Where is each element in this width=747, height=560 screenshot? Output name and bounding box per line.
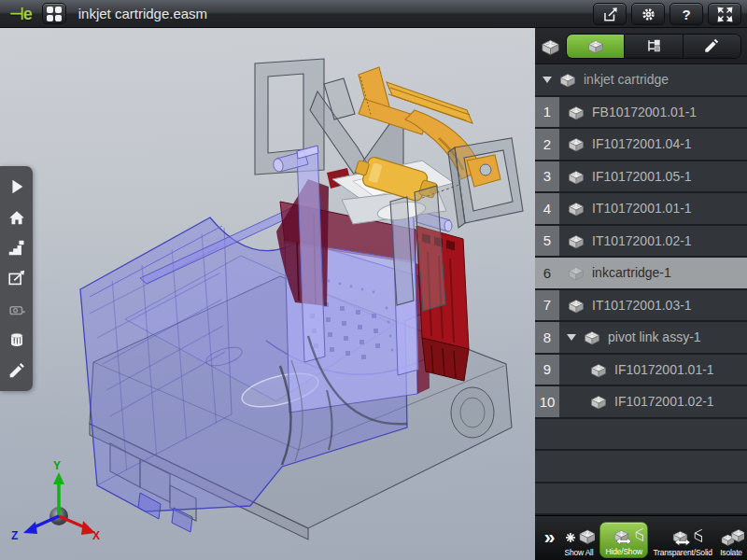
apps-grid-button[interactable] bbox=[42, 3, 66, 24]
component-row-10[interactable]: 10 IF10172001.02-1 bbox=[535, 386, 747, 419]
row-number: 10 bbox=[535, 386, 559, 417]
tool-label: Isolate bbox=[720, 548, 742, 557]
row-number: 1 bbox=[535, 97, 559, 128]
part-label: inkcartridge-1 bbox=[592, 265, 671, 280]
transparent-solid-button[interactable]: Transparent/Solid bbox=[652, 525, 712, 558]
tab-components[interactable] bbox=[567, 35, 625, 58]
part-label: IT10172001.03-1 bbox=[592, 298, 692, 313]
gear-icon bbox=[640, 6, 657, 23]
row-number: 6 bbox=[535, 258, 559, 288]
assembly-icon bbox=[583, 328, 601, 346]
axis-y-label: Y bbox=[53, 459, 61, 472]
component-row-1[interactable]: 1 FB10172001.01-1 bbox=[535, 97, 747, 130]
component-row-2[interactable]: 2 IF10172001.04-1 bbox=[535, 129, 747, 161]
measure-button[interactable] bbox=[5, 297, 29, 321]
row-number: 9 bbox=[535, 355, 559, 385]
model-viewport[interactable]: Y X Z bbox=[0, 28, 535, 560]
component-row-9[interactable]: 9 IF10172001.01-1 bbox=[535, 355, 747, 387]
tool-label: Hide/Show bbox=[606, 547, 642, 556]
share-icon bbox=[601, 6, 619, 23]
row-number: 2 bbox=[535, 129, 559, 160]
part-label: FB10172001.01-1 bbox=[592, 105, 697, 119]
inkjet-cartridge-3d-model: Y X Z bbox=[0, 28, 535, 560]
axis-z-label: Z bbox=[11, 529, 18, 542]
part-icon bbox=[567, 167, 585, 186]
component-row-8[interactable]: 8 pivot link assy-1 bbox=[535, 322, 747, 355]
component-tree: inkjet cartridge 1 FB10172001.01-1 2 IF1… bbox=[535, 64, 747, 515]
mass-properties-button[interactable] bbox=[5, 328, 29, 352]
tree-root-row[interactable]: inkjet cartridge bbox=[535, 64, 747, 97]
row-number: 4 bbox=[535, 193, 559, 224]
subassembly-label: pivot link assy-1 bbox=[608, 329, 701, 344]
settings-button[interactable] bbox=[631, 3, 665, 25]
tree-icon bbox=[644, 36, 663, 55]
components-panel: inkjet cartridge 1 FB10172001.01-1 2 IF1… bbox=[535, 28, 747, 560]
hide-show-button[interactable]: Hide/Show bbox=[599, 522, 648, 558]
part-icon-hidden bbox=[567, 263, 585, 282]
root-label: inkjet cartridge bbox=[584, 72, 669, 87]
pencil-icon bbox=[702, 36, 721, 55]
part-label: IF10172001.04-1 bbox=[592, 136, 692, 151]
assembly-icon bbox=[586, 36, 605, 55]
share-button[interactable] bbox=[593, 3, 627, 25]
edrawings-logo: ⊣e bbox=[9, 4, 32, 24]
tool-label: Transparent/Solid bbox=[653, 548, 712, 557]
empty-row bbox=[535, 483, 747, 516]
document-title: inkjet cartridge.easm bbox=[78, 6, 207, 21]
mass-properties-icon bbox=[7, 329, 27, 350]
tab-markup[interactable] bbox=[684, 35, 740, 58]
isolate-icon bbox=[718, 525, 744, 547]
top-bar: ⊣e inkjet cartridge.easm ? bbox=[0, 0, 747, 28]
collapse-triangle-icon[interactable] bbox=[567, 334, 576, 341]
assembly-icon bbox=[558, 70, 577, 89]
part-label: IF10172001.02-1 bbox=[614, 394, 714, 409]
help-icon: ? bbox=[682, 7, 690, 22]
views-button[interactable] bbox=[5, 236, 29, 260]
component-row-7[interactable]: 7 IT10172001.03-1 bbox=[535, 290, 747, 323]
component-row-3[interactable]: 3 IF10172001.05-1 bbox=[535, 161, 747, 194]
topbar-actions: ? bbox=[593, 3, 741, 25]
part-label: IT10172001.02-1 bbox=[592, 233, 692, 248]
home-view-button[interactable] bbox=[5, 205, 29, 230]
part-icon bbox=[567, 231, 585, 250]
part-label: IT10172001.01-1 bbox=[592, 201, 692, 216]
row-number: 7 bbox=[535, 290, 559, 321]
section-button[interactable] bbox=[5, 266, 29, 290]
part-icon bbox=[567, 103, 585, 121]
pencil-icon bbox=[7, 360, 27, 381]
help-button[interactable]: ? bbox=[669, 3, 703, 25]
component-row-6-selected[interactable]: 6 inkcartridge-1 bbox=[535, 258, 747, 290]
row-number: 3 bbox=[535, 161, 559, 192]
visibility-toolbar: » Show All bbox=[535, 515, 747, 560]
section-box-icon bbox=[7, 268, 27, 288]
orientation-triad: Y X Z bbox=[11, 459, 100, 542]
part-icon bbox=[567, 134, 585, 153]
part-icon bbox=[589, 392, 608, 411]
apps-grid-icon bbox=[47, 7, 62, 21]
measure-tape-icon bbox=[7, 299, 27, 319]
edrawings-app: ⊣e inkjet cartridge.easm ? bbox=[0, 0, 747, 560]
isolate-button[interactable]: Isolate bbox=[717, 525, 745, 558]
empty-row bbox=[535, 451, 747, 483]
markup-button[interactable] bbox=[5, 358, 29, 383]
collapse-triangle-icon[interactable] bbox=[543, 77, 552, 83]
collapse-panel-button[interactable]: » bbox=[535, 516, 562, 560]
fullscreen-button[interactable] bbox=[708, 3, 741, 25]
play-icon bbox=[7, 176, 27, 197]
part-icon bbox=[589, 360, 608, 379]
component-row-4[interactable]: 4 IT10172001.01-1 bbox=[535, 193, 747, 226]
row-number: 5 bbox=[535, 226, 559, 257]
home-icon bbox=[7, 207, 27, 228]
view-toolbar bbox=[0, 166, 33, 391]
part-label: IF10172001.01-1 bbox=[614, 362, 714, 377]
transparent-solid-icon bbox=[663, 525, 702, 547]
empty-row bbox=[535, 419, 747, 452]
show-all-icon bbox=[563, 525, 595, 547]
component-row-5[interactable]: 5 IT10172001.02-1 bbox=[535, 226, 747, 259]
panel-tab-bar bbox=[566, 34, 741, 59]
play-button[interactable] bbox=[5, 175, 29, 199]
views-steps-icon bbox=[7, 238, 27, 259]
part-icon bbox=[567, 296, 585, 315]
tab-tree[interactable] bbox=[625, 35, 683, 58]
show-all-button[interactable]: Show All bbox=[562, 525, 596, 558]
